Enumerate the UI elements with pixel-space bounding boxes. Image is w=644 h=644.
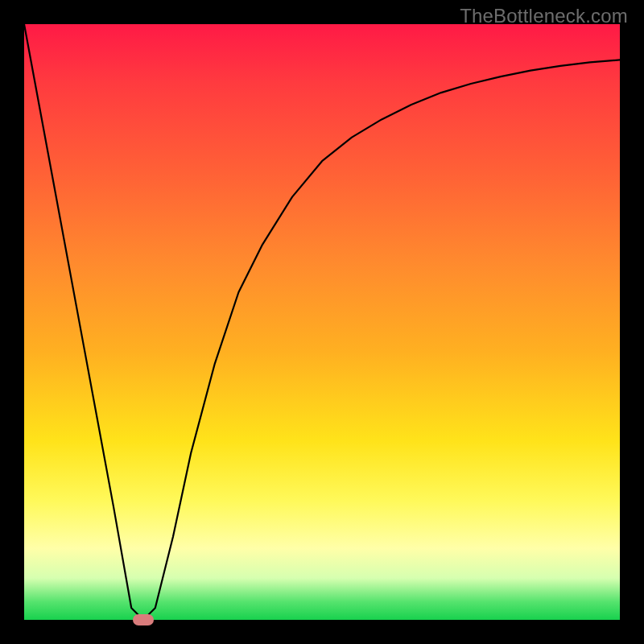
optimal-marker — [133, 614, 154, 625]
plot-area — [24, 24, 620, 620]
chart-frame: TheBottleneck.com — [0, 0, 644, 644]
curve-path — [24, 24, 620, 620]
bottleneck-curve — [24, 24, 620, 620]
